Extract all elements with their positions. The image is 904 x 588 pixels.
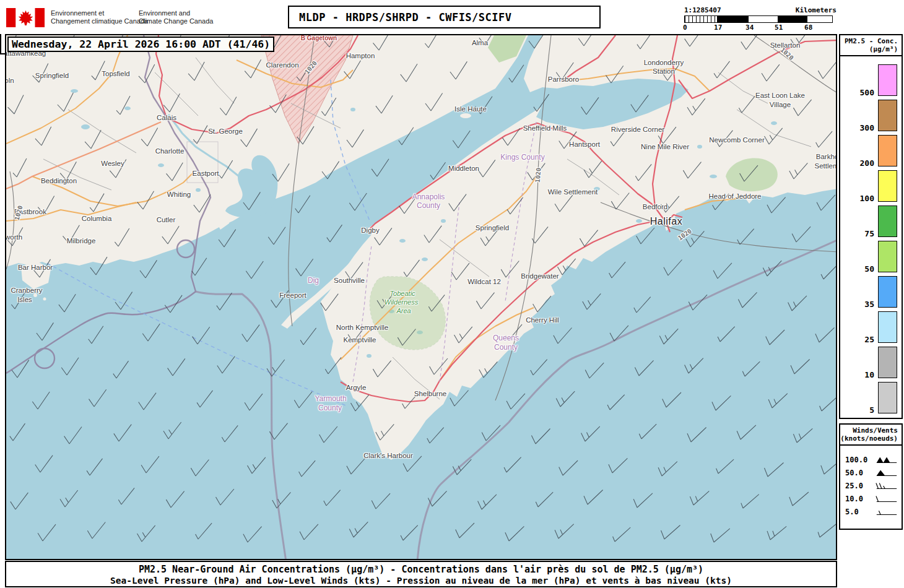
pm25-color-swatch bbox=[878, 241, 897, 272]
pm25-level-value: 10 bbox=[864, 370, 874, 379]
caption-line-2: Sea-Level Pressure (hPa) and Low-Level W… bbox=[6, 575, 836, 586]
map-graphic bbox=[6, 35, 837, 560]
winds-legend-title: Winds/Vents (knots/noeuds) bbox=[840, 425, 902, 443]
isle-haute-island bbox=[460, 113, 471, 118]
pm25-color-swatch bbox=[878, 135, 897, 166]
pm25-legend-row: 75 bbox=[840, 205, 902, 237]
map-scale-bar: 1:1285407 Kilometers 017345168 bbox=[684, 6, 837, 33]
date-banner: Wednesday, 22 April 2026 16:00 ADT (41/4… bbox=[7, 37, 274, 52]
page: Environnement et Changement climatique C… bbox=[0, 0, 904, 588]
pm25-legend-row: 10 bbox=[840, 347, 902, 378]
pm25-color-swatch bbox=[878, 100, 897, 131]
pm25-legend-title: PM2.5 - Conc. (µg/m³) bbox=[840, 35, 902, 53]
wind-barb-10.0-icon bbox=[876, 495, 898, 503]
pm25-color-swatch bbox=[878, 311, 897, 343]
pm25-color-swatch bbox=[878, 64, 897, 96]
pm25-legend-panel: PM2.5 - Conc. (µg/m³) 500300200100755035… bbox=[839, 34, 903, 419]
scale-bar-graphic bbox=[684, 15, 833, 23]
pm25-level-value: 300 bbox=[860, 123, 874, 132]
wind-legend-row: 5.0 bbox=[840, 505, 902, 518]
pm25-color-swatch bbox=[878, 276, 897, 308]
divider bbox=[840, 444, 902, 446]
wind-barb-25.0-icon bbox=[876, 482, 898, 490]
pm25-level-value: 75 bbox=[864, 229, 874, 238]
pm25-legend-row: 5 bbox=[840, 382, 902, 413]
wind-legend-row: 10.0 bbox=[840, 492, 902, 505]
winds-legend-panel: Winds/Vents (knots/noeuds) 100.050.025.0… bbox=[839, 423, 903, 530]
map-caption: PM2.5 Near-Ground Air Concentrations (µg… bbox=[5, 561, 837, 587]
caption-line-1: PM2.5 Near-Ground Air Concentrations (µg… bbox=[6, 564, 836, 575]
pm25-legend-rows: 50030020010075503525105 bbox=[840, 64, 902, 413]
map-canvas: attawamkeagSpringfieldTopsfieldolnCalais… bbox=[5, 34, 837, 560]
pm25-color-swatch bbox=[878, 347, 897, 378]
scale-bar-ticks: 017345168 bbox=[684, 24, 837, 32]
pm25-level-value: 200 bbox=[860, 158, 874, 168]
pm25-legend-row: 100 bbox=[840, 170, 902, 202]
wind-barb-5.0-icon bbox=[876, 508, 898, 516]
pm25-level-value: 100 bbox=[860, 194, 874, 203]
wind-barb-100.0-icon bbox=[876, 456, 898, 464]
divider bbox=[840, 55, 902, 56]
winds-legend-rows: 100.050.025.010.05.0 bbox=[840, 453, 902, 518]
scale-unit: Kilometers bbox=[796, 6, 837, 14]
pm25-legend-row: 50 bbox=[840, 241, 902, 272]
scale-tick-label: 34 bbox=[745, 24, 754, 32]
wind-barb-50.0-icon bbox=[876, 469, 898, 477]
product-title: MLDP - HRDPS/SHRPD - CWFIS/SCIFV bbox=[288, 6, 601, 28]
pm25-color-swatch bbox=[878, 170, 897, 202]
logo-wordmark-fr: Environnement et Changement climatique C… bbox=[51, 9, 148, 25]
canada-flag-icon bbox=[6, 8, 45, 27]
scale-ratio: 1:1285407 bbox=[684, 6, 721, 14]
wind-legend-row: 100.0 bbox=[840, 453, 902, 466]
pm25-level-value: 50 bbox=[864, 264, 874, 274]
pm25-legend-row: 35 bbox=[840, 276, 902, 308]
pm25-color-swatch bbox=[878, 205, 897, 237]
logo-wordmark-en: Environment and Climate Change Canada bbox=[139, 9, 213, 25]
pm25-color-swatch bbox=[878, 382, 897, 413]
scale-tick-label: 68 bbox=[804, 24, 812, 32]
wind-legend-row: 25.0 bbox=[840, 479, 902, 492]
cranberry-isle-1 bbox=[33, 293, 37, 297]
pm25-legend-row: 500 bbox=[840, 64, 902, 96]
pm25-legend-row: 25 bbox=[840, 311, 902, 343]
scale-tick-label: 51 bbox=[775, 24, 783, 32]
pm25-level-value: 5 bbox=[869, 405, 874, 415]
scale-tick-label: 0 bbox=[683, 24, 687, 32]
wind-legend-row: 50.0 bbox=[840, 466, 902, 479]
pm25-level-value: 500 bbox=[860, 88, 874, 97]
pm25-legend-row: 300 bbox=[840, 100, 902, 131]
pm25-level-value: 25 bbox=[864, 335, 874, 344]
top-header: Environnement et Changement climatique C… bbox=[0, 0, 904, 34]
pm25-level-value: 35 bbox=[864, 300, 874, 309]
pm25-legend-row: 200 bbox=[840, 135, 902, 166]
scale-tick-label: 17 bbox=[714, 24, 722, 32]
cranberry-isle-2 bbox=[43, 298, 46, 301]
